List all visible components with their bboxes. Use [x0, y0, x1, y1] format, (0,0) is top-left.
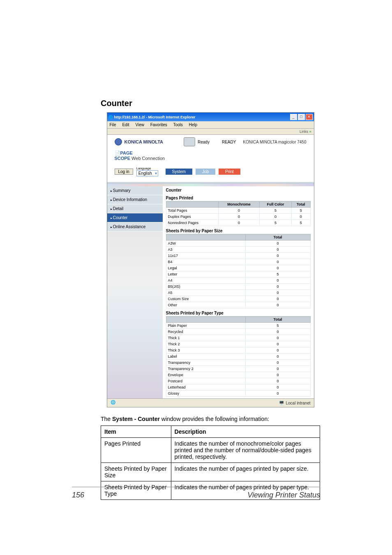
- device-name: KONICA MINOLTA magicolor 7450: [243, 140, 306, 144]
- table-row: Pages Printed Indicates the number of mo…: [101, 438, 320, 463]
- table-header-description: Description: [171, 426, 320, 438]
- browser-screenshot: 🌐 http://192.168.1.2/ - Microsoft Intern…: [107, 112, 314, 407]
- by-type-title: Sheets Printed by Paper Type: [166, 311, 311, 315]
- panel-title: Counter: [166, 188, 311, 192]
- by-size-title: Sheets Printed by Paper Size: [166, 229, 311, 233]
- table-row: Total Pages055: [166, 208, 310, 214]
- zone-text: Local intranet: [286, 401, 310, 405]
- ready-badge: Ready: [198, 140, 210, 144]
- by-size-table: Total A3W0 A30 11x170 B40 Legal0 Letter5…: [166, 234, 311, 308]
- by-type-table: Total Plain Paper5 Recycled0 Thick 10 Th…: [166, 316, 311, 397]
- window-title: http://192.168.1.2/ - Microsoft Internet…: [113, 115, 290, 119]
- footer-section: Viewing Printer Status: [247, 491, 320, 500]
- language-label: Language: [136, 166, 158, 170]
- table-row: Duplex Pages000: [166, 214, 310, 220]
- sidebar: Summary Device Information Detail Counte…: [107, 186, 163, 398]
- tab-print[interactable]: Print: [219, 169, 240, 175]
- info-table: Item Description Pages Printed Indicates…: [101, 426, 320, 500]
- app-header: KONICA MINOLTA Ready READY KONICA MINOLT…: [107, 135, 314, 149]
- pages-printed-table: Monochrome Full Color Total Total Pages0…: [166, 201, 311, 226]
- nav-detail[interactable]: Detail: [107, 204, 163, 213]
- login-button[interactable]: Log in: [115, 169, 133, 175]
- table-row: Nonredirect Pages055: [166, 220, 310, 226]
- tab-job[interactable]: Job: [196, 169, 215, 175]
- close-button[interactable]: ✕: [306, 114, 313, 120]
- brand-text: KONICA MINOLTA: [125, 139, 164, 144]
- linksbar: Links »: [107, 129, 314, 135]
- menu-view[interactable]: View: [135, 123, 144, 127]
- menu-favorites[interactable]: Favorites: [150, 123, 167, 127]
- titlebar: 🌐 http://192.168.1.2/ - Microsoft Intern…: [107, 113, 314, 121]
- zone-icon: 🖥️: [279, 401, 284, 405]
- menu-edit[interactable]: Edit: [122, 123, 129, 127]
- tab-system[interactable]: System: [166, 169, 192, 175]
- table-row: Sheets Printed by Paper Size Indicates t…: [101, 463, 320, 481]
- main-panel: Counter Pages Printed Monochrome Full Co…: [163, 186, 314, 398]
- sidebar-photo: [107, 231, 163, 398]
- printer-status: READY: [222, 140, 236, 144]
- brand-circle-icon: [115, 138, 122, 146]
- nav-summary[interactable]: Summary: [107, 186, 163, 195]
- section-title: Counter: [101, 99, 320, 108]
- description-text: The System - Counter window provides the…: [101, 416, 320, 422]
- ie-status-icon: 🌐: [111, 400, 116, 406]
- pages-printed-title: Pages Printed: [166, 196, 311, 200]
- menu-help[interactable]: Help: [189, 123, 198, 127]
- language-select[interactable]: English: [136, 170, 158, 176]
- pagescope-label: 📄PAGESCOPE Web Connection: [107, 149, 314, 165]
- menu-tools[interactable]: Tools: [173, 123, 182, 127]
- minimize-button[interactable]: _: [290, 114, 297, 120]
- nav-device-info[interactable]: Device Information: [107, 195, 163, 204]
- ie-icon: 🌐: [108, 115, 113, 119]
- maximize-button[interactable]: □: [298, 114, 305, 120]
- statusbar: 🌐 🖥️Local intranet: [107, 398, 314, 407]
- nav-counter[interactable]: Counter: [107, 213, 163, 222]
- menubar: File Edit View Favorites Tools Help: [107, 121, 314, 129]
- table-header-item: Item: [101, 426, 171, 438]
- brand-logo: KONICA MINOLTA: [115, 138, 164, 146]
- page-number: 156: [72, 491, 84, 500]
- menu-file[interactable]: File: [110, 123, 116, 127]
- nav-online-assistance[interactable]: Online Assistance: [107, 222, 163, 231]
- printer-icon: [184, 137, 195, 146]
